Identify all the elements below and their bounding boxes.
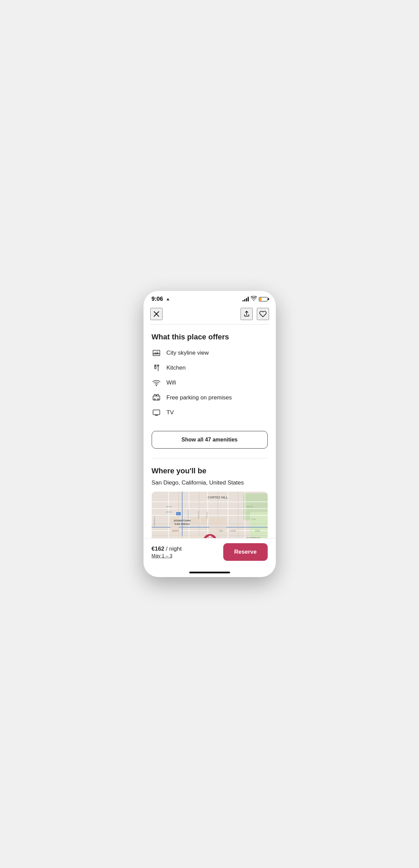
svg-text:DERO: DERO <box>172 530 179 532</box>
amenity-item-skyline: City skyline view <box>152 348 268 358</box>
amenity-item-parking: Free parking on premises <box>152 393 268 402</box>
price-line: €162 / night <box>152 546 182 552</box>
amenity-label-kitchen: Kitchen <box>167 364 186 371</box>
amenity-label-parking: Free parking on premises <box>167 394 232 401</box>
price-amount: €162 <box>152 546 165 552</box>
svg-point-6 <box>154 399 155 400</box>
skyline-icon <box>152 348 161 358</box>
location-title: Where you'll be <box>152 467 268 475</box>
svg-rect-2 <box>153 350 160 356</box>
svg-text:P: P <box>177 513 179 515</box>
svg-text:Ash St: Ash St <box>166 506 172 508</box>
map-svg: CORTEZ HILL DOWNTOWN SAN DIEGO MARINA GA… <box>152 492 268 538</box>
amenity-item-kitchen: Kitchen <box>152 363 268 373</box>
svg-text:CORTEZ HILL: CORTEZ HILL <box>208 496 228 499</box>
map-container[interactable]: CORTEZ HILL DOWNTOWN SAN DIEGO MARINA GA… <box>152 492 268 538</box>
svg-rect-11 <box>250 512 268 538</box>
status-time-area: 9:06 <box>152 296 170 302</box>
tv-icon <box>152 408 161 417</box>
svg-rect-8 <box>153 410 160 415</box>
close-button[interactable] <box>150 308 163 320</box>
amenities-section: What this place offers City skyline view <box>144 324 276 424</box>
svg-text:Columbia S: Columbia S <box>153 516 155 527</box>
svg-text:DOWNTOWN: DOWNTOWN <box>174 519 191 522</box>
kitchen-icon <box>152 363 161 373</box>
battery-icon <box>259 297 268 301</box>
amenity-item-wifi: Wifi <box>152 378 268 388</box>
svg-point-7 <box>157 399 159 400</box>
svg-text:W A St: W A St <box>166 511 172 513</box>
wifi-icon <box>251 296 257 302</box>
amenity-label-skyline: City skyline view <box>167 350 209 356</box>
amenities-title: What this place offers <box>152 333 268 341</box>
show-all-amenities-button[interactable]: Show all 47 amenities <box>152 431 268 449</box>
svg-text:EA: EA <box>220 530 223 532</box>
svg-text:B St: B St <box>252 518 256 520</box>
save-button[interactable] <box>257 308 269 320</box>
share-button[interactable] <box>241 308 253 320</box>
location-arrow-icon <box>166 297 170 301</box>
amenity-item-tv: TV <box>152 408 268 417</box>
reserve-button[interactable]: Reserve <box>223 543 267 561</box>
signal-icon <box>243 297 249 301</box>
svg-text:GOL: GOL <box>255 530 260 532</box>
svg-text:Fourth Ave: Fourth Ave <box>187 510 189 519</box>
svg-text:LAGE: LAGE <box>230 530 236 532</box>
svg-rect-41 <box>191 536 206 538</box>
svg-rect-40 <box>170 536 187 538</box>
per-night-label: / night <box>166 546 182 552</box>
scroll-content[interactable]: What this place offers City skyline view <box>144 324 276 538</box>
home-indicator-bar <box>189 572 230 573</box>
location-section: Where you'll be San Diego, California, U… <box>144 458 276 538</box>
wifi-amenity-icon <box>152 378 161 388</box>
svg-text:Fifth Ave: Fifth Ave <box>206 512 208 519</box>
price-section: €162 / night May 1 – 3 <box>152 546 182 558</box>
bottom-bar: €162 / night May 1 – 3 Reserve <box>144 538 276 568</box>
status-bar: 9:06 <box>144 291 276 305</box>
svg-rect-44 <box>209 517 226 524</box>
svg-text:Ash St: Ash St <box>247 506 253 508</box>
parking-icon <box>152 393 161 402</box>
nav-actions <box>241 308 269 320</box>
nav-bar <box>144 305 276 324</box>
home-indicator <box>144 568 276 577</box>
svg-text:Sixth Ave: Sixth Ave <box>197 511 199 519</box>
status-time: 9:06 <box>152 296 163 302</box>
price-dates[interactable]: May 1 – 3 <box>152 553 182 558</box>
phone-frame: 9:06 <box>144 291 276 577</box>
svg-point-4 <box>156 385 157 386</box>
svg-rect-45 <box>209 526 226 536</box>
status-icons <box>243 296 268 302</box>
amenity-list: City skyline view Kitchen <box>152 348 268 417</box>
svg-text:SAN DIEGO: SAN DIEGO <box>174 522 190 526</box>
amenity-label-wifi: Wifi <box>167 379 176 386</box>
location-text: San Diego, California, United States <box>152 479 268 486</box>
amenity-label-tv: TV <box>167 409 174 416</box>
